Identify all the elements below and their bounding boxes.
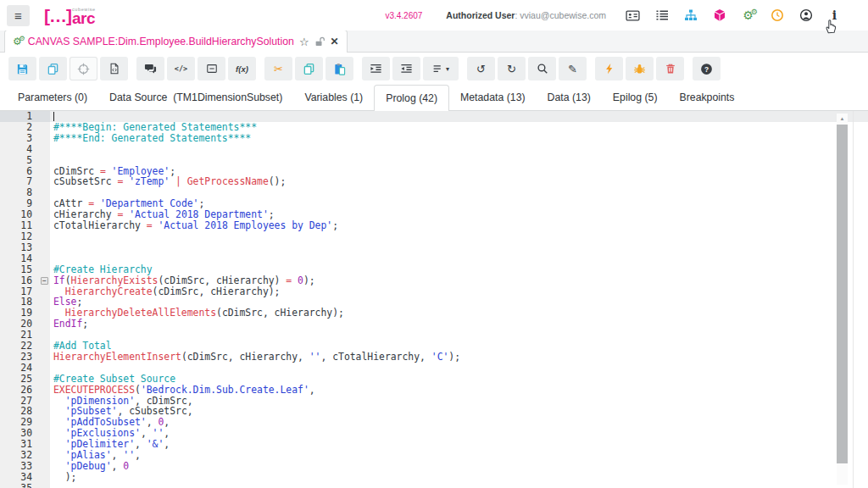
tab-breakpoints[interactable]: Breakpoints xyxy=(669,85,746,110)
vertical-scrollbar[interactable]: ▲ xyxy=(837,114,848,485)
info-icon[interactable]: i xyxy=(826,8,843,24)
file-code-button[interactable] xyxy=(100,57,128,80)
code-text[interactable]: 'pAlias', '', xyxy=(50,450,868,461)
line-number[interactable]: 22 xyxy=(0,341,39,352)
list-icon[interactable] xyxy=(654,8,670,24)
close-tab-icon[interactable]: ✕ xyxy=(331,36,339,47)
code-text[interactable]: EndIf; xyxy=(50,319,868,330)
line-number[interactable]: 30 xyxy=(0,428,39,439)
code-text[interactable]: 'pDelimiter', '&', xyxy=(50,439,868,450)
align-dropdown-button[interactable]: ▾ xyxy=(423,57,459,80)
line-number[interactable]: 24 xyxy=(0,363,39,374)
code-text[interactable] xyxy=(50,231,868,242)
address-card-icon[interactable] xyxy=(625,8,641,24)
line-number[interactable]: 23 xyxy=(0,352,39,363)
code-text[interactable] xyxy=(50,253,868,264)
clone-button[interactable] xyxy=(295,57,323,80)
code-line[interactable]: 23HierarchyElementInsert(cDimSrc, cHiera… xyxy=(0,352,868,363)
code-text[interactable]: 'pAddToSubset', 0, xyxy=(50,417,868,428)
sitemap-icon[interactable] xyxy=(682,8,698,24)
line-number[interactable]: 17 xyxy=(0,286,39,297)
tab-data[interactable]: Data Source (TM1DimensionSubset) xyxy=(98,85,293,110)
line-number[interactable]: 12 xyxy=(0,231,39,242)
code-text[interactable] xyxy=(50,242,868,253)
line-number[interactable]: 32 xyxy=(0,450,39,461)
cut-button[interactable]: ✂ xyxy=(264,57,292,80)
tab-prolog[interactable]: Prolog (42) xyxy=(374,85,449,111)
code-text[interactable]: #****End: Generated Statements**** xyxy=(50,133,868,144)
code-text[interactable]: cTotalHierarchy = 'Actual 2018 Employees… xyxy=(50,220,868,231)
code-line[interactable]: 4 xyxy=(0,144,868,155)
code-text[interactable] xyxy=(50,330,868,341)
line-number[interactable]: 29 xyxy=(0,417,39,428)
code-text[interactable]: 'pDebug', 0 xyxy=(50,461,868,472)
code-line[interactable]: 33 'pDebug', 0 xyxy=(0,461,868,472)
code-line[interactable]: 20EndIf; xyxy=(0,319,868,330)
code-text[interactable]: HierarchyElementInsert(cDimSrc, cHierarc… xyxy=(50,352,868,363)
cube-icon[interactable] xyxy=(711,8,727,24)
code-text[interactable]: HierarchyDeleteAllElements(cDimSrc, cHie… xyxy=(50,308,868,319)
search-button[interactable] xyxy=(528,57,556,80)
gears-icon[interactable]: ⚙⚙ xyxy=(740,8,756,24)
line-number[interactable]: 31 xyxy=(0,439,39,450)
line-number[interactable]: 34 xyxy=(0,472,39,483)
line-number[interactable]: 19 xyxy=(0,308,39,319)
line-number[interactable]: 8 xyxy=(0,187,39,198)
run-button[interactable] xyxy=(595,57,623,80)
line-number[interactable]: 16 xyxy=(0,275,39,286)
line-number[interactable]: 1 xyxy=(0,111,39,122)
line-number[interactable]: 28 xyxy=(0,406,39,417)
line-number[interactable]: 3 xyxy=(0,133,39,144)
tab-data[interactable]: Data (13) xyxy=(537,85,602,110)
menu-button[interactable]: ≡ xyxy=(7,5,30,26)
code-line[interactable]: 3#****End: Generated Statements**** xyxy=(0,133,868,144)
code-line[interactable]: 11cTotalHierarchy = 'Actual 2018 Employe… xyxy=(0,220,868,231)
line-number[interactable]: 4 xyxy=(0,144,39,155)
line-number[interactable]: 5 xyxy=(0,155,39,166)
tab-variables[interactable]: Variables (1) xyxy=(293,85,374,110)
edit-button[interactable]: ✎ xyxy=(559,57,587,80)
line-number[interactable]: 26 xyxy=(0,385,39,396)
document-tab[interactable]: ⚙⚙ CANVAS SAMPLE:Dim.Employee.BuildHiera… xyxy=(4,30,348,53)
tab-metadata[interactable]: Metadata (13) xyxy=(449,85,537,110)
outdent-button[interactable] xyxy=(392,57,420,80)
favorite-star-icon[interactable]: ☆ xyxy=(299,36,309,47)
code-text[interactable]: ); xyxy=(50,472,868,483)
line-number[interactable]: 6 xyxy=(0,166,39,177)
tab-parameters[interactable]: Parameters (0) xyxy=(7,85,98,110)
function-button[interactable]: f(x) xyxy=(228,57,256,80)
line-number[interactable]: 10 xyxy=(0,209,39,220)
code-text[interactable] xyxy=(50,483,868,488)
copy-process-button[interactable] xyxy=(39,57,67,80)
line-number[interactable]: 14 xyxy=(0,253,39,264)
help-button[interactable]: ? xyxy=(693,57,721,80)
code-text[interactable] xyxy=(50,144,868,155)
user-icon[interactable] xyxy=(798,8,814,24)
line-number[interactable]: 2 xyxy=(0,122,39,133)
undo-button[interactable]: ↺ xyxy=(467,57,495,80)
code-line[interactable]: 7cSubsetSrc = 'zTemp' | GetProcessName()… xyxy=(0,176,868,187)
code-editor[interactable]: 12#****Begin: Generated Statements***3#*… xyxy=(0,111,868,488)
line-number[interactable]: 21 xyxy=(0,330,39,341)
line-number[interactable]: 13 xyxy=(0,242,39,253)
line-number[interactable]: 15 xyxy=(0,264,39,275)
crosshair-button[interactable] xyxy=(70,57,97,80)
line-number[interactable]: 33 xyxy=(0,461,39,472)
comments-button[interactable] xyxy=(136,57,164,80)
code-line[interactable]: 21 xyxy=(0,330,868,341)
delete-button[interactable] xyxy=(656,57,684,80)
code-line[interactable]: 13 xyxy=(0,242,868,253)
clock-icon[interactable] xyxy=(769,8,785,24)
code-text[interactable]: HierarchyCreate(cDimSrc, cHierarchy); xyxy=(50,286,868,297)
fold-marker-icon[interactable]: − xyxy=(39,275,50,286)
line-number[interactable]: 27 xyxy=(0,396,39,407)
line-number[interactable]: 25 xyxy=(0,374,39,385)
code-line[interactable]: 19 HierarchyDeleteAllElements(cDimSrc, c… xyxy=(0,308,868,319)
line-number[interactable]: 20 xyxy=(0,319,39,330)
code-text[interactable]: 'pExclusions', '', xyxy=(50,428,868,439)
debug-button[interactable] xyxy=(626,57,654,80)
tab-epilog[interactable]: Epilog (5) xyxy=(602,85,669,110)
line-number[interactable]: 9 xyxy=(0,198,39,209)
collapse-button[interactable] xyxy=(198,57,225,80)
scroll-up-arrow-icon[interactable]: ▲ xyxy=(837,114,848,123)
